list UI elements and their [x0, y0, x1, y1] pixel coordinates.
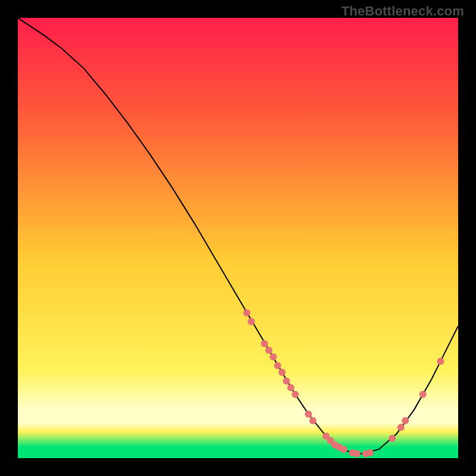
curve-marker [309, 417, 317, 424]
curve-marker [292, 391, 299, 398]
curve-marker [261, 340, 268, 347]
curve-marker [278, 369, 286, 376]
curve-marker [270, 353, 277, 361]
curve-marker [389, 435, 396, 442]
curve-marker [353, 450, 361, 458]
curve-marker [274, 362, 281, 369]
bottleneck-plot [18, 18, 458, 458]
curve-marker [397, 424, 405, 431]
curve-marker [305, 411, 312, 418]
watermark-label: TheBottleneck.com [342, 4, 464, 19]
curve-marker [437, 358, 444, 365]
curve-marker [367, 449, 374, 456]
curve-marker [265, 347, 273, 354]
curve-marker [287, 384, 295, 392]
curve-marker [419, 391, 427, 398]
gradient-background [18, 18, 458, 458]
curve-marker [340, 446, 347, 453]
curve-marker [402, 417, 409, 424]
curve-marker [283, 378, 290, 385]
curve-marker [243, 309, 250, 317]
chart-stage: TheBottleneck.com [0, 0, 476, 476]
curve-marker [248, 318, 255, 325]
